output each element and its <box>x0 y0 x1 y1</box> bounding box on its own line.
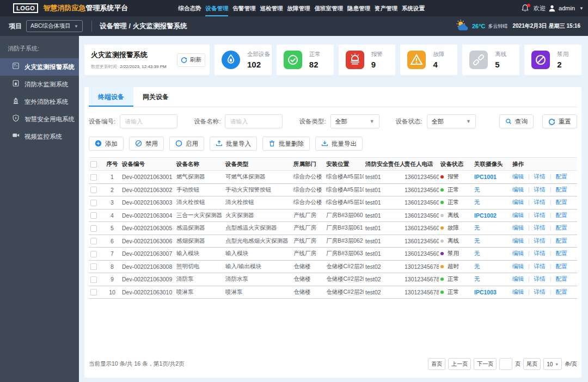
row-checkbox[interactable] <box>90 225 97 232</box>
col-header-6: 安装位置 <box>324 158 364 171</box>
camera-link[interactable]: IPC1002 <box>474 212 497 219</box>
nav-item-2[interactable]: 告警管理 <box>232 0 255 16</box>
row-checkbox[interactable] <box>90 238 97 244</box>
camera-link[interactable]: 无 <box>474 224 480 231</box>
nav-item-4[interactable]: 故障管理 <box>287 0 310 16</box>
row-checkbox[interactable] <box>90 276 97 283</box>
project-select[interactable]: ABC综合体项目 ▼ <box>26 20 83 32</box>
op-1-link[interactable]: 详情 <box>534 237 546 244</box>
device-status-select[interactable]: 全部▼ <box>427 114 476 128</box>
op-2-link[interactable]: 配置 <box>555 288 567 295</box>
op-2-link[interactable]: 配置 <box>555 186 567 193</box>
user-menu-chevron-icon[interactable]: ▼ <box>579 6 584 11</box>
sidebar-item-2[interactable]: 室外消防栓系统 <box>0 93 79 110</box>
op-1-link[interactable]: 详情 <box>534 212 546 218</box>
select-all-checkbox[interactable] <box>90 161 97 168</box>
op-0-link[interactable]: 编辑 <box>512 173 524 180</box>
op-0-link[interactable]: 编辑 <box>512 199 524 205</box>
op-1-link[interactable]: 详情 <box>534 288 546 295</box>
device-no-input[interactable] <box>120 114 177 128</box>
sidebar-item-3[interactable]: 智慧安全用电系统 <box>0 110 79 128</box>
next-page-button[interactable]: 下一页 <box>474 358 497 370</box>
tab-0[interactable]: 终端设备 <box>89 87 133 107</box>
row-checkbox[interactable] <box>90 212 97 219</box>
op-0-link[interactable]: 编辑 <box>512 212 524 218</box>
camera-link[interactable]: 无 <box>474 275 480 282</box>
op-2-link[interactable]: 配置 <box>555 173 567 180</box>
op-2-link[interactable]: 配置 <box>555 275 567 282</box>
op-0-link[interactable]: 编辑 <box>512 237 524 244</box>
sidebar-item-1[interactable]: 消防水监测系统 <box>0 76 79 93</box>
temperature: 26°C <box>472 23 486 29</box>
username[interactable]: admin <box>559 5 575 11</box>
page-number-input[interactable] <box>499 358 512 370</box>
camera-link[interactable]: 无 <box>474 250 480 256</box>
nav-item-3[interactable]: 巡检管理 <box>260 0 283 16</box>
action-export-button[interactable]: 批量导出 <box>315 137 363 151</box>
app-title: 智慧消防应急管理系统平台 <box>43 3 128 13</box>
op-1-link[interactable]: 详情 <box>534 173 546 180</box>
action-forbid-button[interactable]: 禁用 <box>129 137 164 151</box>
device-name-label: 设备名称: <box>194 118 220 126</box>
op-0-link[interactable]: 编辑 <box>512 275 524 282</box>
weather-icon <box>454 19 469 34</box>
reset-button[interactable]: 重置 <box>542 114 577 128</box>
action-add-button[interactable]: 添加 <box>89 137 124 151</box>
op-1-link[interactable]: 详情 <box>534 199 546 205</box>
all-devices-icon <box>222 51 240 69</box>
nav-item-8[interactable]: 系统设置 <box>402 0 425 16</box>
camera-link[interactable]: 无 <box>474 186 480 193</box>
video-monitor-icon <box>12 132 20 141</box>
first-page-button[interactable]: 首页 <box>428 358 445 370</box>
device-name-input[interactable] <box>225 114 283 128</box>
sidebar-item-0[interactable]: 火灾监测报警系统 <box>0 58 79 76</box>
nav-item-0[interactable]: 综合态势 <box>178 0 201 16</box>
row-checkbox[interactable] <box>90 174 97 181</box>
op-0-link[interactable]: 编辑 <box>512 263 524 269</box>
row-checkbox[interactable] <box>90 289 97 295</box>
nav-item-7[interactable]: 资产管理 <box>375 0 397 16</box>
camera-link[interactable]: 无 <box>474 199 480 205</box>
op-2-link[interactable]: 配置 <box>555 224 567 231</box>
op-1-link[interactable]: 详情 <box>534 250 546 256</box>
last-page-button[interactable]: 尾页 <box>523 358 541 370</box>
camera-link[interactable]: IPC1003 <box>474 289 497 295</box>
op-2-link[interactable]: 配置 <box>555 250 567 256</box>
nav-item-1[interactable]: 设备管理 <box>205 0 228 16</box>
action-import-button[interactable]: 批量导入 <box>210 137 257 151</box>
camera-link[interactable]: IPC1001 <box>474 174 497 180</box>
row-checkbox[interactable] <box>90 200 97 206</box>
op-1-link[interactable]: 详情 <box>534 275 546 282</box>
op-2-link[interactable]: 配置 <box>555 212 567 218</box>
op-0-link[interactable]: 编辑 <box>512 186 524 193</box>
notification-bell-icon[interactable] <box>521 4 529 13</box>
updated-value: 2/22/2023, 12:43:39 PM <box>120 64 166 69</box>
row-checkbox[interactable] <box>90 187 97 193</box>
stat-card-0: 全部设备102 <box>215 45 272 75</box>
tab-1[interactable]: 网关设备 <box>133 87 178 107</box>
op-2-link[interactable]: 配置 <box>555 199 567 205</box>
op-1-link[interactable]: 详情 <box>534 186 546 193</box>
op-2-link[interactable]: 配置 <box>555 237 567 244</box>
op-2-link[interactable]: 配置 <box>555 263 567 269</box>
row-checkbox[interactable] <box>90 251 97 257</box>
op-0-link[interactable]: 编辑 <box>512 288 524 295</box>
camera-link[interactable]: 无 <box>474 263 480 269</box>
op-0-link[interactable]: 编辑 <box>512 224 524 231</box>
sidebar-item-4[interactable]: 视频监控系统 <box>0 128 79 145</box>
op-1-link[interactable]: 详情 <box>534 224 546 231</box>
camera-link[interactable]: 无 <box>474 237 480 244</box>
op-0-link[interactable]: 编辑 <box>512 250 524 256</box>
action-enable-button[interactable]: 启用 <box>169 137 204 151</box>
nav-item-6[interactable]: 隐患管理 <box>347 0 370 16</box>
refresh-button[interactable]: 刷新 <box>177 53 205 67</box>
device-type-select[interactable]: 全部▼ <box>330 114 379 128</box>
op-1-link[interactable]: 详情 <box>534 263 546 269</box>
row-checkbox[interactable] <box>90 263 97 270</box>
nav-item-5[interactable]: 值班室管理 <box>314 0 343 16</box>
action-delete-button[interactable]: 批量删除 <box>262 137 310 151</box>
page-size-select[interactable]: 10▼ <box>543 358 562 370</box>
updated-label: 数据更新时间: <box>91 64 118 69</box>
search-button[interactable]: 查询 <box>499 114 534 128</box>
prev-page-button[interactable]: 上一页 <box>448 358 471 370</box>
